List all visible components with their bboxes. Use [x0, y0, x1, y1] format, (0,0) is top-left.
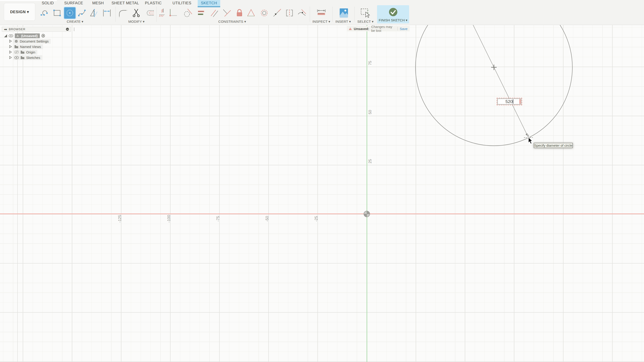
- diameter-line[interactable]: [459, 25, 528, 138]
- tree-row-named-views[interactable]: Named Views: [9, 44, 43, 49]
- curvature-constraint-icon[interactable]: [296, 7, 308, 19]
- warning-icon: [349, 27, 352, 30]
- symmetric-triangle-constraint-icon[interactable]: [246, 7, 257, 19]
- toolbar-separator: [354, 7, 354, 22]
- measure-icon[interactable]: [316, 7, 327, 19]
- arc-tool-icon[interactable]: [39, 7, 51, 19]
- eye-slash-icon[interactable]: [14, 50, 19, 54]
- target-icon[interactable]: [42, 34, 45, 38]
- circle-tool-icon[interactable]: [64, 7, 76, 19]
- text-caret: [513, 99, 513, 104]
- midpoint-constraint-icon[interactable]: [271, 7, 283, 19]
- tab-sketch[interactable]: SKETCH: [198, 0, 220, 7]
- tree-label: Sketches: [26, 56, 40, 60]
- finish-check-icon: [388, 7, 398, 17]
- horizontal-vertical-constraint-icon[interactable]: [157, 7, 168, 19]
- sketch-geometry-layer: [0, 25, 644, 362]
- tree-label: Document Settings: [20, 39, 49, 43]
- tree-row-sketches[interactable]: Sketches: [9, 55, 42, 60]
- coincident-constraint-icon[interactable]: [167, 7, 178, 19]
- dimension-tool-icon[interactable]: [101, 7, 112, 19]
- browser-header[interactable]: ◀◀ BROWSER: [2, 27, 71, 32]
- unsaved-message: Changes may be lost: [371, 25, 396, 32]
- tree-row-root-unsaved[interactable]: (Unsaved): [4, 34, 45, 38]
- select-icon[interactable]: [359, 7, 371, 19]
- mouse-cursor: [528, 137, 534, 145]
- trim-tool-icon[interactable]: [131, 7, 142, 19]
- fix-constraint-icon[interactable]: [234, 7, 245, 19]
- equal-constraint-icon[interactable]: [196, 7, 207, 19]
- parallel-constraint-icon[interactable]: [209, 7, 220, 19]
- sketch-canvas[interactable]: -125 -100 -75 -50 -25 75 50 25 520 Speci…: [0, 25, 644, 362]
- cube-icon: [16, 34, 20, 38]
- line-arrowhead: [526, 133, 528, 136]
- rectangle-tool-icon[interactable]: [52, 7, 63, 19]
- tree-label: Named Views: [20, 45, 41, 49]
- modify-group-label[interactable]: MODIFY ▾: [128, 20, 144, 24]
- tab-sheet-metal[interactable]: SHEET METAL: [108, 0, 142, 6]
- mirror-tool-icon[interactable]: [88, 7, 100, 19]
- design-workspace-menu[interactable]: DESIGN ▾: [4, 3, 35, 21]
- unsaved-banner: Unsaved: Changes may be lost Save: [347, 26, 410, 32]
- folder-icon: [20, 50, 24, 54]
- eye-icon[interactable]: [9, 34, 13, 37]
- create-group-label[interactable]: CREATE ▾: [67, 20, 83, 24]
- tab-plastic[interactable]: PLASTIC: [142, 0, 165, 6]
- select-group-label[interactable]: SELECT ▾: [357, 20, 374, 24]
- diameter-input[interactable]: 520: [497, 98, 522, 104]
- chevron-right-icon[interactable]: [9, 50, 12, 54]
- inspect-group-label[interactable]: INSPECT ▾: [312, 20, 330, 24]
- eye-icon[interactable]: [14, 56, 19, 59]
- chevron-right-icon[interactable]: [9, 40, 12, 43]
- constraints-group-label[interactable]: CONSTRAINTS ▾: [218, 20, 246, 24]
- sketch-circle[interactable]: [416, 25, 572, 146]
- fillet-tool-icon[interactable]: [117, 7, 128, 19]
- tree-label: Origin: [26, 50, 35, 54]
- folder-icon: [20, 56, 24, 59]
- insert-group-label[interactable]: INSERT ▾: [336, 20, 351, 24]
- symmetry-constraint-icon[interactable]: [284, 7, 295, 19]
- chevron-right-icon[interactable]: [9, 45, 12, 48]
- collapse-panel-icon[interactable]: ◀◀: [4, 28, 6, 30]
- minus-circle-icon[interactable]: [66, 28, 69, 31]
- tangent-constraint-icon[interactable]: [182, 7, 193, 19]
- toolbar-separator: [332, 7, 333, 22]
- fusion360-sketch-window: { "toolbar": { "design_label": "DESIGN ▾…: [0, 0, 644, 362]
- unsaved-status: Unsaved:: [354, 27, 369, 31]
- top-toolbar: DESIGN ▾ SOLID SURFACE MESH SHEET METAL …: [0, 0, 644, 25]
- tooltip: Specify diameter of circle: [534, 143, 573, 148]
- toolbar-separator: [156, 7, 157, 22]
- banner-divider: [398, 27, 398, 30]
- circle-center-point[interactable]: [491, 64, 497, 70]
- document-name: (Unsaved): [21, 34, 38, 38]
- gear-icon: [14, 39, 18, 43]
- expand-triangle-icon[interactable]: [4, 34, 7, 37]
- tab-utilities[interactable]: UTILITIES: [170, 0, 195, 6]
- chevron-right-icon[interactable]: [9, 56, 12, 59]
- concentric-constraint-icon[interactable]: [258, 7, 270, 19]
- perpendicular-constraint-icon[interactable]: [221, 7, 232, 19]
- panel-resize-handle[interactable]: [74, 28, 74, 31]
- tab-mesh[interactable]: MESH: [89, 0, 107, 6]
- save-link[interactable]: Save: [400, 27, 408, 31]
- tree-row-origin[interactable]: Origin: [9, 50, 37, 54]
- input-drag-handle[interactable]: [520, 99, 521, 104]
- tab-solid[interactable]: SOLID: [38, 0, 57, 6]
- spline-tool-icon[interactable]: [76, 7, 88, 19]
- finish-sketch-label: FINISH SKETCH ▾: [379, 18, 408, 22]
- insert-image-icon[interactable]: [338, 7, 350, 19]
- toolbar-separator: [310, 7, 310, 22]
- offset-tool-icon[interactable]: [144, 7, 156, 19]
- tree-row-document-settings[interactable]: Document Settings: [9, 39, 51, 44]
- tab-surface[interactable]: SURFACE: [61, 0, 86, 6]
- finish-sketch-button[interactable]: FINISH SKETCH ▾: [377, 5, 409, 24]
- toolbar-separator: [115, 7, 116, 22]
- folder-icon: [14, 45, 18, 48]
- browser-title: BROWSER: [9, 28, 64, 31]
- diameter-value: 520: [506, 99, 513, 104]
